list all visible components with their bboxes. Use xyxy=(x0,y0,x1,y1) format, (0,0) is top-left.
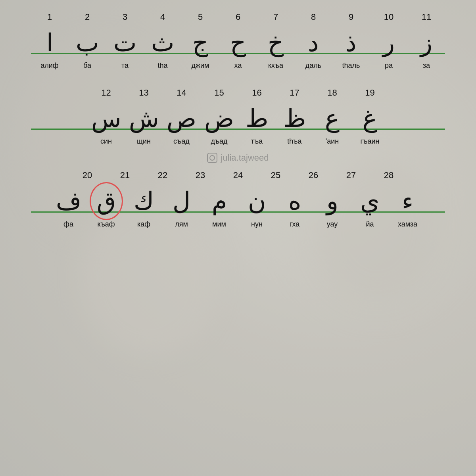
letter-ba: ب xyxy=(69,29,106,56)
letter-waw: و xyxy=(313,188,351,215)
num-20: 20 xyxy=(69,170,106,180)
main-content: 11 10 9 8 7 6 5 4 3 2 1 ز ر ذ د خ ح ج ث … xyxy=(0,0,476,476)
letter-ain: ع xyxy=(313,105,351,132)
trans-jim: джим xyxy=(182,61,219,70)
num-19: 19 xyxy=(351,88,389,98)
letter-za: ز xyxy=(408,29,445,56)
num-18: 18 xyxy=(313,88,351,98)
num-14: 14 xyxy=(163,88,200,98)
letter-lam: ل xyxy=(163,188,200,215)
trans-nun: нун xyxy=(238,220,276,228)
trans-row-3: хамза йа уау гха нун мим лям каф къаф фа xyxy=(8,220,468,228)
trans-dha: thъа xyxy=(276,137,313,146)
letter-ra: ر xyxy=(370,29,408,56)
trans-tha: tha xyxy=(144,61,182,70)
num-28: 28 xyxy=(370,170,408,180)
trans-sad: съад xyxy=(163,137,200,146)
alphabet-block-2: 19 18 17 16 15 14 13 12 غ ع ظ ط ض ص ش س … xyxy=(8,88,468,150)
alphabet-block-3: 28 27 26 25 24 23 22 21 20 ء ي و ه ن م ل… xyxy=(8,170,468,232)
trans-ain: 'аин xyxy=(313,137,351,146)
number-row-2: 19 18 17 16 15 14 13 12 xyxy=(8,88,468,98)
letter-dad: ض xyxy=(200,105,238,132)
letter-sin: س xyxy=(87,105,125,132)
trans-ya: йа xyxy=(351,220,389,228)
letter-toa: ط xyxy=(238,105,276,132)
trans-lam: лям xyxy=(163,220,200,228)
watermark: julia.tajweed xyxy=(207,153,269,163)
letter-ha: ح xyxy=(219,29,257,56)
letter-jim: ج xyxy=(182,29,219,56)
trans-fa: фа xyxy=(50,220,87,228)
num-22: 22 xyxy=(144,170,182,180)
trans-dal: даль xyxy=(295,61,332,70)
letter-ta: ت xyxy=(106,29,144,56)
trans-ha: ха xyxy=(219,61,257,70)
num-10: 10 xyxy=(370,12,408,22)
num-15: 15 xyxy=(200,88,238,98)
letter-mim: م xyxy=(200,188,238,215)
num-13: 13 xyxy=(125,88,163,98)
num-9: 9 xyxy=(332,12,370,22)
letter-ya: ي xyxy=(351,188,389,215)
num-4: 4 xyxy=(144,12,182,22)
trans-toa: тъа xyxy=(238,137,276,146)
trans-waw: уау xyxy=(313,220,351,228)
trans-thal: thaль xyxy=(332,61,370,70)
letter-fa: ف xyxy=(50,188,87,215)
trans-za: за xyxy=(408,61,445,70)
number-row-1: 11 10 9 8 7 6 5 4 3 2 1 xyxy=(8,12,468,22)
watermark-text: julia.tajweed xyxy=(221,153,269,163)
num-7: 7 xyxy=(257,12,295,22)
trans-ta: та xyxy=(106,61,144,70)
trans-dad: дъад xyxy=(200,137,238,146)
letter-tha: ث xyxy=(144,29,182,56)
letter-hamza: ء xyxy=(389,188,426,215)
num-16: 16 xyxy=(238,88,276,98)
num-2: 2 xyxy=(69,12,106,22)
letter-kaf: ك xyxy=(125,188,163,215)
trans-hamza: хамза xyxy=(389,220,426,228)
num-12: 12 xyxy=(87,88,125,98)
trans-kha: кхъа xyxy=(257,61,295,70)
num-25: 25 xyxy=(257,170,295,180)
letter-nun: ن xyxy=(238,188,276,215)
letter-shin: ش xyxy=(125,105,163,132)
trans-row-1: за ра thaль даль кхъа ха джим tha та ба … xyxy=(8,61,468,70)
arabic-row-2: غ ع ظ ط ض ص ش س xyxy=(8,101,468,135)
num-6: 6 xyxy=(219,12,257,22)
letter-kha: خ xyxy=(257,29,295,56)
instagram-icon xyxy=(207,153,217,163)
num-8: 8 xyxy=(295,12,332,22)
trans-mim: мим xyxy=(200,220,238,228)
num-26: 26 xyxy=(295,170,332,180)
arabic-row-1: ز ر ذ د خ ح ج ث ت ب ا xyxy=(8,25,468,60)
trans-shin: щин xyxy=(125,137,163,146)
trans-ghain: гъаин xyxy=(351,137,389,146)
num-1: 1 xyxy=(31,12,69,22)
trans-ra: ра xyxy=(370,61,408,70)
letter-dal: د xyxy=(295,29,332,56)
trans-alif: алиф xyxy=(31,61,69,70)
trans-qaf: къаф xyxy=(87,220,125,228)
num-5: 5 xyxy=(182,12,219,22)
letter-qaf: ق xyxy=(87,188,125,215)
num-23: 23 xyxy=(182,170,219,180)
letter-ghain: غ xyxy=(351,105,389,132)
letter-dha: ظ xyxy=(276,105,313,132)
num-3: 3 xyxy=(106,12,144,22)
letter-sad: ص xyxy=(163,105,200,132)
num-27: 27 xyxy=(332,170,370,180)
letter-alif: ا xyxy=(31,29,69,56)
trans-sin: син xyxy=(87,137,125,146)
trans-kaf: каф xyxy=(125,220,163,228)
letter-ha2: ه xyxy=(276,188,313,215)
num-21: 21 xyxy=(106,170,144,180)
number-row-3: 28 27 26 25 24 23 22 21 20 xyxy=(8,170,468,180)
arabic-row-3: ء ي و ه ن م ل ك ق ف xyxy=(8,184,468,218)
trans-row-2: гъаин 'аин thъа тъа дъад съад щин син xyxy=(8,137,468,146)
num-24: 24 xyxy=(219,170,257,180)
trans-ha2: гха xyxy=(276,220,313,228)
trans-ba: ба xyxy=(69,61,106,70)
letter-thal: ذ xyxy=(332,29,370,56)
num-17: 17 xyxy=(276,88,313,98)
